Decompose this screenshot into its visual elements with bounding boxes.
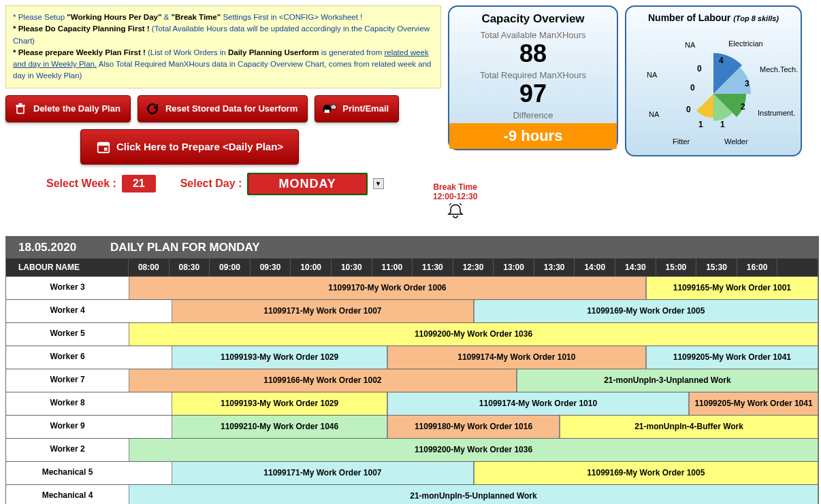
- gantt-bars: 11099170-My Work Order 100611099165-My W…: [129, 277, 818, 299]
- setup-notes: * Please Setup "Working Hours Per Day" &…: [5, 5, 441, 88]
- available-hours-value: 88: [455, 41, 611, 66]
- work-order-bar[interactable]: 11099180-My Work Order 1016: [387, 416, 560, 438]
- work-order-bar[interactable]: 21-monUnpln-4-Buffer Work: [560, 416, 818, 438]
- svg-rect-5: [325, 110, 329, 112]
- plan-date: 18.05.2020: [18, 241, 76, 254]
- gantt-bars: 11099166-My Work Order 100221-monUnpln-3…: [129, 369, 818, 392]
- gantt-bars: 21-monUnpln-5-Unplanned Work: [129, 485, 818, 505]
- worker-name: Worker 4: [6, 300, 129, 322]
- time-header-cell: 15:00: [656, 258, 697, 276]
- gantt-bars: 11099171-My Work Order 100711099169-My W…: [129, 462, 818, 484]
- time-header-cell: 13:30: [534, 258, 575, 276]
- worker-name: Worker 8: [6, 392, 129, 415]
- calendar-icon: [96, 139, 111, 154]
- time-header-cell: 14:00: [575, 258, 615, 276]
- select-day-label: Select Day :: [180, 178, 242, 190]
- work-order-bar[interactable]: 11099169-My Work Order 1005: [474, 300, 819, 322]
- work-order-bar[interactable]: 11099193-My Work Order 1029: [172, 346, 387, 369]
- select-week-label: Select Week :: [46, 178, 116, 190]
- worker-name: Worker 9: [6, 416, 129, 438]
- time-header-cell: 14:30: [615, 258, 656, 276]
- capacity-overview-card: Capacity Overview Total Available ManXHo…: [448, 5, 618, 150]
- time-header-cell: 15:30: [696, 258, 737, 276]
- gantt-bars: 11099200-My Work Order 1036: [129, 323, 818, 346]
- worker-name: Worker 7: [6, 369, 129, 392]
- reset-userform-button[interactable]: Reset Stored Data for Userform: [138, 95, 308, 122]
- work-order-bar[interactable]: 11099193-My Work Order 1029: [172, 392, 387, 415]
- trash-icon: [13, 101, 28, 116]
- work-order-bar[interactable]: 11099210-My Work Order 1046: [172, 416, 387, 438]
- worker-name: Worker 5: [6, 323, 129, 346]
- gantt-row: Worker 511099200-My Work Order 1036: [6, 322, 818, 346]
- svg-rect-8: [98, 142, 110, 146]
- worker-name: Worker 2: [6, 439, 129, 461]
- gantt-row: Worker 211099200-My Work Order 1036: [6, 438, 818, 461]
- work-order-bar[interactable]: 11099171-My Work Order 1007: [172, 462, 473, 484]
- work-order-bar[interactable]: 11099174-My Work Order 1010: [387, 346, 646, 369]
- labour-name-header: LABOUR NAME: [6, 258, 129, 276]
- work-order-bar[interactable]: 11099205-My Work Order 1041: [646, 346, 818, 369]
- difference-value: -9 hours: [449, 123, 617, 149]
- week-value[interactable]: 21: [122, 175, 156, 192]
- worker-name: Mechanical 5: [6, 462, 129, 484]
- gantt-row: Worker 911099210-My Work Order 104611099…: [6, 415, 818, 438]
- capacity-title: Capacity Overview: [455, 12, 611, 26]
- time-header-cell: 09:00: [210, 258, 251, 276]
- time-header-cell: 10:30: [332, 258, 372, 276]
- work-order-bar[interactable]: 11099169-My Work Order 1005: [474, 462, 819, 484]
- gantt-bars: 11099200-My Work Order 1036: [129, 439, 818, 461]
- svg-rect-2: [19, 103, 22, 105]
- work-order-bar[interactable]: 11099165-My Work Order 1001: [646, 277, 818, 299]
- break-time-indicator: Break Time 12:00-12:30: [433, 182, 477, 219]
- work-order-bar[interactable]: 11099205-My Work Order 1041: [689, 392, 818, 415]
- time-header-cell: 10:00: [291, 258, 332, 276]
- gantt-bars: 11099210-My Work Order 104611099180-My W…: [129, 416, 818, 438]
- worker-name: Mechanical 4: [6, 485, 129, 505]
- time-header-cell: 12:30: [453, 258, 494, 276]
- prepare-daily-plan-button[interactable]: Click Here to Prepare <Daily Plan>: [80, 129, 299, 165]
- svg-rect-4: [325, 105, 329, 107]
- print-mail-icon: [322, 101, 337, 116]
- time-header-cell: 16:00: [737, 258, 778, 276]
- refresh-icon: [145, 101, 160, 116]
- gantt-row: Worker 311099170-My Work Order 100611099…: [6, 276, 818, 299]
- gantt-row: Mechanical 511099171-My Work Order 10071…: [6, 461, 818, 484]
- day-value[interactable]: MONDAY: [247, 173, 367, 195]
- plan-title: DAILY PLAN FOR MONDAY: [110, 241, 259, 254]
- gantt-row: Mechanical 421-monUnpln-5-Unplanned Work: [6, 484, 818, 505]
- time-header-cell: 08:30: [170, 258, 210, 276]
- work-order-bar[interactable]: 11099200-My Work Order 1036: [129, 323, 818, 346]
- worker-name: Worker 3: [6, 277, 129, 299]
- gantt-bars: 11099193-My Work Order 102911099174-My W…: [129, 346, 818, 369]
- required-hours-value: 97: [455, 82, 611, 106]
- gantt-row: Worker 711099166-My Work Order 100221-mo…: [6, 369, 818, 392]
- gantt-bars: 11099171-My Work Order 100711099169-My W…: [129, 300, 818, 322]
- svg-rect-1: [16, 105, 25, 107]
- svg-rect-9: [104, 147, 108, 150]
- work-order-bar[interactable]: 21-monUnpln-3-Unplanned Work: [517, 369, 818, 392]
- svg-rect-0: [17, 106, 24, 113]
- worker-name: Worker 6: [6, 346, 129, 369]
- labour-chart-card: Number of Labour (Top 8 skills) Electric…: [625, 5, 802, 156]
- time-header-cell: 13:00: [494, 258, 534, 276]
- gantt-row: Worker 411099171-My Work Order 100711099…: [6, 299, 818, 322]
- time-header-cell: 11:30: [413, 258, 453, 276]
- work-order-bar[interactable]: 11099171-My Work Order 1007: [172, 300, 473, 322]
- work-order-bar[interactable]: 11099170-My Work Order 1006: [129, 277, 646, 299]
- delete-daily-plan-button[interactable]: Delete the Daily Plan: [5, 95, 131, 122]
- work-order-bar[interactable]: 21-monUnpln-5-Unplanned Work: [129, 485, 818, 505]
- print-email-button[interactable]: Print/Email: [315, 95, 399, 122]
- time-header-cell: 09:30: [251, 258, 291, 276]
- work-order-bar[interactable]: 11099166-My Work Order 1002: [129, 369, 517, 392]
- time-header-cell: 08:00: [129, 258, 170, 276]
- day-dropdown-toggle[interactable]: ▾: [373, 178, 384, 189]
- daily-plan-gantt: 18.05.2020 DAILY PLAN FOR MONDAY LABOUR …: [5, 236, 819, 505]
- gantt-row: Worker 811099193-My Work Order 102911099…: [6, 392, 818, 415]
- labour-wheel-chart: Electrician 4 Mech.Tech. 3 Instrument. 2…: [632, 26, 795, 155]
- time-header-cell: 11:00: [372, 258, 413, 276]
- bell-icon: [446, 203, 465, 219]
- gantt-bars: 11099193-My Work Order 102911099174-My W…: [129, 392, 818, 415]
- work-order-bar[interactable]: 11099200-My Work Order 1036: [129, 439, 818, 461]
- gantt-row: Worker 611099193-My Work Order 102911099…: [6, 346, 818, 369]
- work-order-bar[interactable]: 11099174-My Work Order 1010: [387, 392, 689, 415]
